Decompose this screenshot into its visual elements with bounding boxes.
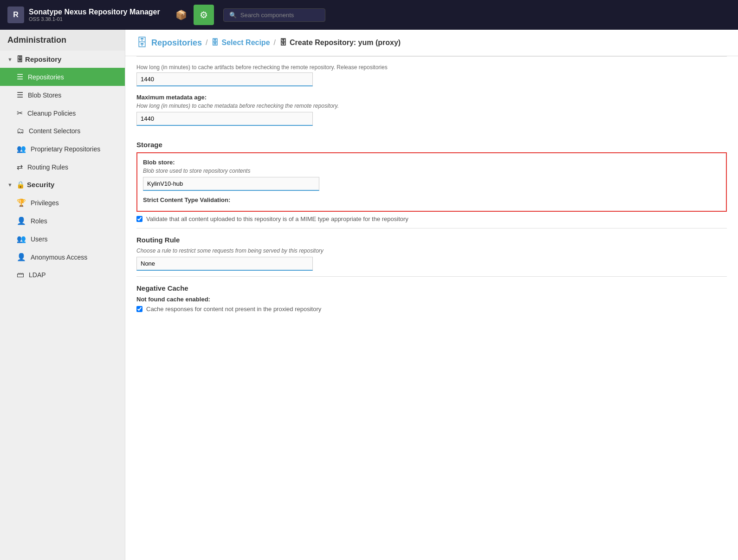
breadcrumb-repositories-link[interactable]: Repositories (151, 38, 202, 48)
roles-icon: 👤 (17, 216, 26, 225)
breadcrumb: 🗄 Repositories / 🗄 Select Recipe / 🗄 Cre… (125, 30, 738, 56)
box-icon-button[interactable]: 📦 (171, 5, 192, 25)
divider-1 (136, 228, 727, 228)
content-selectors-icon: 🗂 (17, 127, 24, 135)
proprietary-repos-icon: 👥 (17, 144, 26, 153)
content-area: 🗄 Repositories / 🗄 Select Recipe / 🗄 Cre… (125, 30, 738, 560)
sidebar-item-privileges-label: Privileges (31, 199, 59, 207)
negative-cache-label: Negative Cache (136, 284, 727, 292)
sidebar-item-anonymous-access[interactable]: 👤 Anonymous Access (0, 248, 125, 266)
blob-store-label: Blob store: (143, 159, 720, 166)
brand-subtitle: OSS 3.38.1-01 (29, 16, 160, 22)
sidebar-item-cleanup-policies-label: Cleanup Policies (27, 110, 76, 117)
breadcrumb-sep-1: / (206, 39, 207, 47)
privileges-icon: 🏆 (17, 198, 26, 207)
main-layout: Administration ▼ 🗄 Repository ☰ Reposito… (0, 30, 738, 560)
storage-highlight-box: Blob store: Blob store used to store rep… (136, 152, 727, 212)
sidebar-item-routing-rules-label: Routing Rules (27, 163, 68, 171)
strict-content-check-desc: Validate that all content uploaded to th… (146, 215, 408, 222)
sidebar-group-repository-title[interactable]: ▼ 🗄 Repository (0, 51, 125, 68)
breadcrumb-sep-2: / (274, 39, 276, 47)
routing-rule-description: Choose a rule to restrict some requests … (136, 247, 727, 254)
sidebar-item-repositories-label: Repositories (28, 73, 64, 81)
routing-rule-label: Routing Rule (136, 236, 727, 244)
security-group-label: 🔒 Security (16, 181, 54, 189)
search-input[interactable] (240, 12, 319, 19)
repositories-icon: ☰ (17, 72, 23, 81)
users-icon: 👥 (17, 234, 26, 243)
sidebar-item-content-selectors-label: Content Selectors (29, 127, 80, 135)
breadcrumb-select-recipe-label: Select Recipe (221, 39, 270, 47)
strict-content-checkbox[interactable] (136, 216, 142, 222)
sidebar-item-blob-stores[interactable]: ☰ Blob Stores (0, 86, 125, 104)
sidebar-item-users-label: Users (31, 235, 48, 243)
breadcrumb-select-recipe-link[interactable]: 🗄 Select Recipe (211, 39, 270, 47)
sidebar-item-cleanup-policies[interactable]: ✂ Cleanup Policies (0, 104, 125, 122)
sidebar-item-ldap[interactable]: 🗃 LDAP (0, 266, 125, 284)
sidebar-group-security: ▼ 🔒 Security 🏆 Privileges 👤 Roles 👥 User… (0, 176, 125, 284)
sidebar-group-repository: ▼ 🗄 Repository ☰ Repositories ☰ Blob Sto… (0, 51, 125, 176)
nav-icons: 📦 ⚙ (171, 5, 214, 25)
brand-icon: R (7, 7, 24, 23)
anonymous-access-icon: 👤 (17, 253, 26, 261)
sidebar-group-security-title[interactable]: ▼ 🔒 Security (0, 176, 125, 194)
strict-content-checkbox-row: Validate that all content uploaded to th… (136, 215, 727, 222)
brand-logo: R Sonatype Nexus Repository Manager OSS … (7, 7, 160, 23)
sidebar-item-privileges[interactable]: 🏆 Privileges (0, 194, 125, 212)
cleanup-policies-icon: ✂ (17, 109, 23, 117)
max-metadata-age-label: Maximum metadata age: (136, 94, 727, 101)
sidebar-item-blob-stores-label: Blob Stores (28, 91, 61, 99)
ldap-icon: 🗃 (17, 271, 24, 279)
repository-group-label: 🗄 Repository (16, 55, 62, 63)
sidebar-item-repositories[interactable]: ☰ Repositories (0, 68, 125, 86)
max-metadata-age-description: How long (in minutes) to cache metadata … (136, 103, 727, 109)
breadcrumb-current: 🗄 Create Repository: yum (proxy) (279, 39, 401, 47)
brand-title: Sonatype Nexus Repository Manager (29, 8, 160, 16)
not-found-cache-desc: Cache responses for content not present … (146, 306, 321, 313)
divider-2 (136, 276, 727, 277)
sidebar-item-roles-label: Roles (31, 217, 47, 225)
sidebar-item-content-selectors[interactable]: 🗂 Content Selectors (0, 122, 125, 140)
top-navigation: R Sonatype Nexus Repository Manager OSS … (0, 0, 738, 30)
sidebar-item-roles[interactable]: 👤 Roles (0, 212, 125, 230)
gear-icon-button[interactable]: ⚙ (194, 5, 214, 25)
storage-section-label: Storage (136, 141, 727, 149)
artifact-age-description-truncated: How long (in minutes) to cache artifacts… (136, 56, 727, 71)
not-found-cache-checkbox-row: Cache responses for content not present … (136, 306, 727, 313)
repository-arrow: ▼ (7, 57, 13, 62)
routing-rules-icon: ⇄ (17, 163, 23, 171)
security-arrow: ▼ (7, 182, 13, 188)
strict-content-label: Strict Content Type Validation: (143, 196, 720, 203)
breadcrumb-current-icon: 🗄 (279, 39, 287, 47)
blob-stores-icon: ☰ (17, 91, 23, 99)
sidebar-item-proprietary-repos[interactable]: 👥 Proprietary Repositories (0, 140, 125, 158)
sidebar-item-users[interactable]: 👥 Users (0, 230, 125, 248)
sidebar-item-ldap-label: LDAP (29, 271, 46, 279)
breadcrumb-current-label: Create Repository: yum (proxy) (290, 39, 401, 47)
search-bar[interactable]: 🔍 (223, 8, 325, 22)
routing-rule-select[interactable]: None (136, 257, 313, 271)
sidebar-item-anonymous-access-label: Anonymous Access (31, 254, 87, 261)
sidebar-header: Administration (0, 30, 125, 51)
form-content: How long (in minutes) to cache artifacts… (125, 56, 738, 560)
sidebar-item-proprietary-repos-label: Proprietary Repositories (31, 145, 100, 153)
sidebar: Administration ▼ 🗄 Repository ☰ Reposito… (0, 30, 125, 560)
max-metadata-age-input[interactable] (136, 112, 313, 126)
not-found-cache-label: Not found cache enabled: (136, 296, 727, 303)
artifact-age-input[interactable] (136, 72, 313, 86)
blob-store-input[interactable] (143, 177, 319, 191)
search-icon: 🔍 (229, 12, 237, 19)
blob-store-description: Blob store used to store repository cont… (143, 168, 720, 174)
not-found-cache-checkbox[interactable] (136, 306, 142, 312)
breadcrumb-root-icon: 🗄 (136, 36, 148, 49)
brand-text: Sonatype Nexus Repository Manager OSS 3.… (29, 8, 160, 22)
sidebar-item-routing-rules[interactable]: ⇄ Routing Rules (0, 158, 125, 176)
breadcrumb-select-recipe-icon: 🗄 (211, 39, 219, 47)
